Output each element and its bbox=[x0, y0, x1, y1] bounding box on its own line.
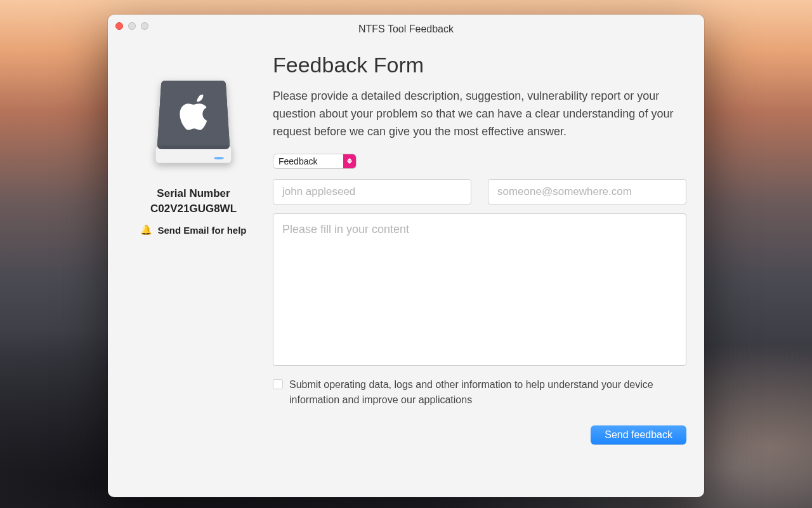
name-input[interactable] bbox=[273, 179, 471, 204]
submit-data-label: Submit operating data, logs and other in… bbox=[289, 377, 679, 408]
window-title: NTFS Tool Feedback bbox=[358, 17, 454, 35]
drive-icon bbox=[146, 69, 241, 171]
close-icon[interactable] bbox=[115, 22, 123, 30]
page-description: Please provide a detailed description, s… bbox=[273, 88, 679, 141]
app-window: NTFS Tool Feedback Seria bbox=[108, 15, 704, 497]
minimize-icon[interactable] bbox=[128, 22, 136, 30]
window-controls bbox=[115, 22, 148, 30]
serial-number-label: Serial Number bbox=[157, 187, 230, 200]
feedback-type-select[interactable]: Feedback bbox=[273, 154, 357, 169]
help-link-label: Send Email for help bbox=[157, 225, 246, 236]
submit-data-row[interactable]: Submit operating data, logs and other in… bbox=[273, 377, 679, 408]
maximize-icon[interactable] bbox=[141, 22, 148, 30]
select-value: Feedback bbox=[273, 154, 343, 168]
send-feedback-button[interactable]: Send feedback bbox=[591, 425, 686, 444]
window-body: Serial Number C02V21GUG8WL 🔔 Send Email … bbox=[108, 37, 704, 497]
email-input[interactable] bbox=[488, 179, 686, 204]
serial-number-value: C02V21GUG8WL bbox=[150, 203, 237, 215]
sidebar: Serial Number C02V21GUG8WL 🔔 Send Email … bbox=[121, 50, 266, 485]
submit-data-checkbox[interactable] bbox=[273, 379, 283, 389]
bell-icon: 🔔 bbox=[140, 224, 152, 236]
titlebar[interactable]: NTFS Tool Feedback bbox=[108, 15, 704, 37]
send-email-help-link[interactable]: 🔔 Send Email for help bbox=[140, 224, 246, 236]
content-textarea[interactable] bbox=[273, 213, 686, 366]
svg-point-1 bbox=[214, 157, 224, 159]
main-panel: Feedback Form Please provide a detailed … bbox=[266, 50, 686, 485]
chevron-up-down-icon bbox=[343, 154, 356, 168]
page-title: Feedback Form bbox=[273, 53, 686, 77]
